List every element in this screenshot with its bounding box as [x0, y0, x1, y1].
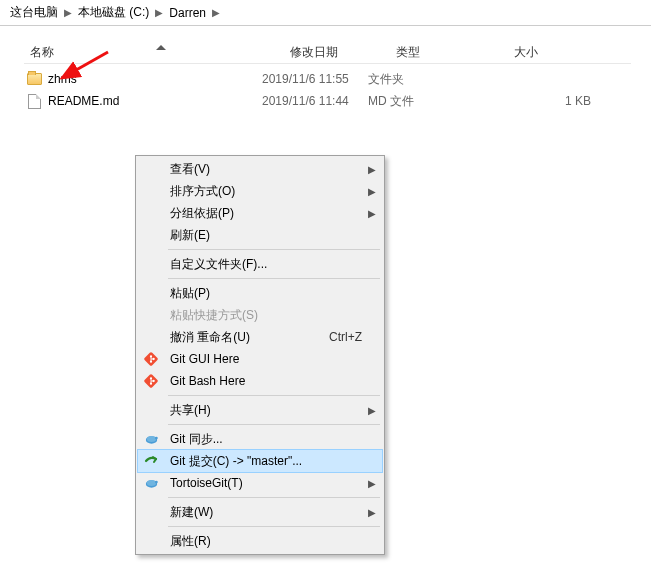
breadcrumb[interactable]: 这台电脑 ▶ 本地磁盘 (C:) ▶ Darren ▶	[0, 0, 651, 26]
shortcut-label: Ctrl+Z	[329, 330, 362, 344]
menu-new[interactable]: 新建(W)▶	[138, 501, 382, 523]
turtle-icon	[143, 431, 159, 447]
menu-git-commit[interactable]: Git 提交(C) -> "master"...	[138, 450, 382, 472]
submenu-arrow-icon: ▶	[368, 478, 376, 489]
breadcrumb-segment[interactable]: 这台电脑	[6, 4, 62, 21]
breadcrumb-segment[interactable]: Darren	[165, 6, 210, 20]
submenu-arrow-icon: ▶	[368, 164, 376, 175]
file-type: 文件夹	[368, 71, 486, 88]
list-item[interactable]: README.md 2019/11/6 11:44 MD 文件 1 KB	[24, 90, 631, 112]
submenu-arrow-icon: ▶	[368, 186, 376, 197]
file-size: 1 KB	[486, 94, 631, 108]
svg-point-14	[154, 481, 157, 484]
menu-sort[interactable]: 排序方式(O)▶	[138, 180, 382, 202]
menu-share[interactable]: 共享(H)▶	[138, 399, 382, 421]
menu-undo-rename[interactable]: 撤消 重命名(U)Ctrl+Z	[138, 326, 382, 348]
git-icon	[143, 373, 159, 389]
menu-properties[interactable]: 属性(R)	[138, 530, 382, 552]
sort-ascending-icon	[156, 45, 166, 50]
svg-line-0	[62, 52, 108, 78]
column-date[interactable]: 修改日期	[284, 44, 390, 61]
git-icon	[143, 351, 159, 367]
column-type[interactable]: 类型	[390, 44, 508, 61]
folder-icon	[26, 71, 42, 87]
file-date: 2019/11/6 11:44	[262, 94, 368, 108]
menu-git-bash[interactable]: Git Bash Here	[138, 370, 382, 392]
svg-point-10	[146, 436, 155, 442]
menu-group[interactable]: 分组依据(P)▶	[138, 202, 382, 224]
chevron-right-icon: ▶	[153, 7, 165, 18]
submenu-arrow-icon: ▶	[368, 507, 376, 518]
submenu-arrow-icon: ▶	[368, 405, 376, 416]
chevron-right-icon: ▶	[62, 7, 74, 18]
menu-git-sync[interactable]: Git 同步...	[138, 428, 382, 450]
chevron-right-icon: ▶	[210, 7, 222, 18]
menu-paste[interactable]: 粘贴(P)	[138, 282, 382, 304]
commit-icon	[143, 453, 159, 469]
annotation-arrow-icon	[56, 50, 116, 93]
menu-git-gui[interactable]: Git GUI Here	[138, 348, 382, 370]
svg-point-13	[146, 480, 155, 486]
file-icon	[26, 93, 42, 109]
column-size[interactable]: 大小	[508, 44, 631, 61]
menu-refresh[interactable]: 刷新(E)	[138, 224, 382, 246]
context-menu: 查看(V)▶ 排序方式(O)▶ 分组依据(P)▶ 刷新(E) 自定义文件夹(F)…	[135, 155, 385, 555]
submenu-arrow-icon: ▶	[368, 208, 376, 219]
breadcrumb-segment[interactable]: 本地磁盘 (C:)	[74, 4, 153, 21]
turtle-icon	[143, 475, 159, 491]
svg-point-11	[154, 437, 157, 440]
menu-paste-shortcut: 粘贴快捷方式(S)	[138, 304, 382, 326]
menu-customize-folder[interactable]: 自定义文件夹(F)...	[138, 253, 382, 275]
file-name: README.md	[48, 94, 119, 108]
menu-tortoisegit[interactable]: TortoiseGit(T)▶	[138, 472, 382, 494]
file-type: MD 文件	[368, 93, 486, 110]
file-date: 2019/11/6 11:55	[262, 72, 368, 86]
menu-view[interactable]: 查看(V)▶	[138, 158, 382, 180]
